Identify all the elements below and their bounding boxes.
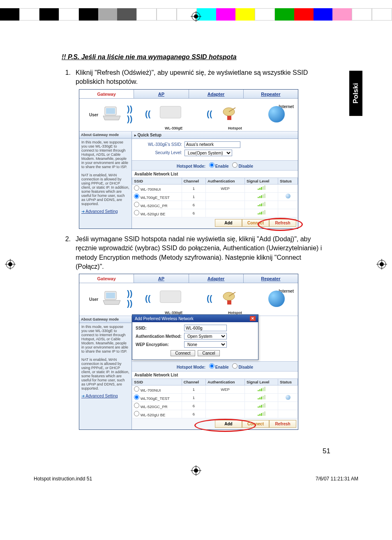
network-list-title: Available Network List — [132, 171, 298, 178]
router-icon — [160, 106, 181, 118]
button-bar: Add Connect Refresh — [132, 217, 298, 228]
mode-tabs: Gateway AP Adapter Repeater — [79, 274, 298, 283]
col-auth: Authentication — [206, 379, 245, 385]
network-list-table: SSID Channel Authentication Signal Level… — [132, 378, 298, 418]
wifi-icon: )) — [127, 289, 132, 298]
tab-adapter[interactable]: Adapter — [189, 90, 244, 98]
network-radio[interactable] — [134, 185, 139, 191]
hotspot-disable-radio[interactable] — [232, 363, 238, 369]
device-label: WL-330gE — [165, 126, 183, 130]
table-row[interactable]: WL-520GC_PR6 — [132, 201, 298, 209]
network-diagram: User Internet )) )) (( (( WL-330gE Hotsp… — [79, 99, 298, 132]
tab-gateway[interactable]: Gateway — [79, 274, 134, 283]
dialog-title-bar: Add Preferred Wireless Network ✕ — [132, 315, 258, 322]
step-num: 2. — [62, 235, 76, 272]
dialog-cancel-button[interactable]: Cancel — [198, 350, 219, 356]
network-radio[interactable] — [134, 411, 139, 416]
network-radio[interactable] — [134, 194, 139, 199]
table-row[interactable]: WL-520gU BE6 — [132, 410, 298, 418]
sidebar-text: NAT is enabled, WAN connection is allowe… — [81, 173, 129, 206]
button-bar: Add Connect Refresh — [132, 418, 298, 429]
ssid-input[interactable] — [184, 141, 240, 148]
connect-button[interactable]: Connect — [242, 420, 269, 428]
table-row[interactable]: WL700gE_TEST1 — [132, 192, 298, 201]
network-radio[interactable] — [134, 210, 139, 215]
registration-mark-icon — [191, 11, 201, 22]
wifi-icon: )) — [127, 299, 132, 308]
screenshot-add: Gateway AP Adapter Repeater User Interne… — [79, 274, 298, 430]
dialog-connect-button[interactable]: Connect — [171, 350, 195, 356]
signal-icon — [258, 395, 265, 399]
refresh-button[interactable]: Refresh — [269, 420, 296, 428]
tab-repeater[interactable]: Repeater — [244, 90, 298, 98]
wifi-icon: )) — [127, 114, 132, 124]
svg-rect-21 — [227, 300, 231, 305]
registration-mark-icon — [5, 259, 16, 270]
connect-button[interactable]: Connect — [242, 219, 269, 227]
dialog-ssid-input[interactable] — [184, 325, 227, 331]
registration-mark-icon — [376, 259, 387, 270]
network-radio[interactable] — [134, 395, 139, 400]
globe-icon — [268, 291, 285, 307]
security-select[interactable]: Low(Open System) — [184, 150, 232, 156]
network-radio[interactable] — [134, 403, 139, 408]
footer-file: Hotspot instruction.indd 51 — [34, 476, 92, 482]
table-row[interactable]: WL700gE_TEST1 — [132, 394, 298, 402]
tab-ap[interactable]: AP — [134, 274, 189, 283]
tab-adapter[interactable]: Adapter — [189, 274, 244, 283]
wifi-icon: (( — [145, 109, 150, 119]
main-area: Quick Setup WL-330gE's SSID: Security Le… — [132, 132, 298, 228]
dialog-auth-label: Authentication Method: — [136, 334, 184, 339]
network-radio[interactable] — [134, 386, 139, 392]
security-label: Security Level: — [136, 150, 184, 155]
add-button[interactable]: Add — [215, 420, 242, 428]
hotspot-mode-bar: Hotspot Mode: Enable Disable — [132, 361, 298, 372]
dish-icon — [221, 290, 240, 305]
sidebar: About Gateway mode In this mode, we supp… — [79, 132, 132, 228]
signal-icon — [258, 186, 265, 190]
svg-rect-13 — [106, 108, 115, 114]
laptop-icon — [102, 291, 121, 306]
close-icon[interactable]: ✕ — [250, 316, 256, 321]
svg-rect-18 — [106, 293, 115, 298]
step-num: 1. — [62, 68, 76, 87]
tab-gateway[interactable]: Gateway — [79, 90, 134, 98]
step-1: 1. Kliknij "Refresh (Odśwież)", aby upew… — [62, 68, 330, 87]
user-label: User — [89, 113, 98, 117]
sidebar-text: In this mode, we suppose you use WL-330g… — [81, 140, 129, 169]
add-button[interactable]: Add — [215, 219, 242, 227]
step-text: Jeśli wymagane SSID hotspota nadal nie w… — [76, 235, 330, 272]
col-status: Status — [278, 379, 298, 385]
mode-tabs: Gateway AP Adapter Repeater — [79, 90, 298, 99]
advanced-setting-link[interactable]: Advanced Setting — [81, 394, 118, 398]
col-auth: Authentication — [206, 178, 245, 184]
table-row[interactable]: WL-520GC_PR6 — [132, 402, 298, 410]
tab-repeater[interactable]: Repeater — [244, 274, 298, 283]
hotspot-enable-radio[interactable] — [209, 363, 214, 369]
network-radio[interactable] — [134, 202, 139, 207]
signal-icon — [258, 412, 265, 416]
sidebar-text: In this mode, we suppose you use WL-330g… — [81, 325, 129, 353]
advanced-setting-link[interactable]: Advanced Setting — [81, 209, 118, 214]
table-row[interactable]: WL-520gU BE6 — [132, 209, 298, 217]
wifi-icon: (( — [145, 294, 150, 303]
sidebar-title: About Gateway mode — [79, 132, 131, 138]
table-row[interactable]: WL-700NUI1WEP — [132, 184, 298, 192]
dialog-wep-select[interactable]: None — [184, 341, 227, 348]
col-channel: Channel — [182, 178, 205, 184]
ssid-label: WL-330gE's SSID: — [136, 142, 184, 147]
language-tab: Polski — [349, 71, 362, 116]
svg-rect-16 — [227, 116, 231, 120]
screenshot-refresh: Gateway AP Adapter Repeater User Interne… — [79, 89, 298, 229]
tab-ap[interactable]: AP — [134, 90, 189, 98]
signal-icon — [258, 194, 265, 198]
hotspot-enable-radio[interactable] — [209, 162, 214, 168]
page-content: !! P.S. Jeśli na liście nie ma wymaganeg… — [0, 29, 392, 444]
network-list-table: SSID Channel Authentication Signal Level… — [132, 178, 298, 217]
dialog-auth-select[interactable]: Open System — [184, 333, 227, 339]
table-row[interactable]: WL-700NUI1WEP — [132, 385, 298, 394]
hotspot-disable-radio[interactable] — [232, 162, 238, 168]
refresh-button[interactable]: Refresh — [269, 219, 296, 227]
wifi-icon: (( — [207, 109, 212, 119]
add-network-dialog: Add Preferred Wireless Network ✕ SSID: A… — [132, 314, 258, 360]
